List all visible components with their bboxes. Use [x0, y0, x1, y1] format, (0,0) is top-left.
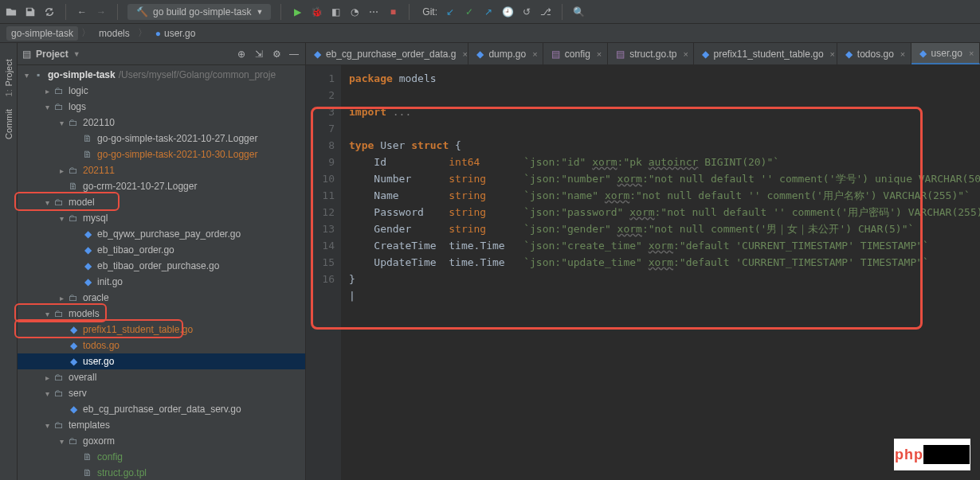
- tree-node[interactable]: ▸🗀overall: [18, 369, 305, 385]
- tree-node[interactable]: ▸🗀202111: [18, 162, 305, 178]
- close-icon[interactable]: ×: [597, 49, 602, 59]
- tree-node[interactable]: ▾🗀mysql: [18, 210, 305, 226]
- tree-node[interactable]: ◆eb_tibao_order.go: [18, 242, 305, 258]
- tree-node[interactable]: ◆user.go: [18, 353, 305, 369]
- attach-icon[interactable]: ⋯: [367, 6, 380, 18]
- line-number: 1: [306, 70, 335, 87]
- profile-icon[interactable]: ◔: [348, 6, 361, 18]
- tree-node[interactable]: ◆eb_cg_purchase_order_data_serv.go: [18, 401, 305, 417]
- editor-tab[interactable]: ◆eb_cg_purchase_order_data.g×: [306, 43, 468, 64]
- tree-node[interactable]: 🗎go-crm-2021-10-27.Logger: [18, 178, 305, 194]
- project-tree[interactable]: ▾ ▪ go-simple-task /Users/myself/Golang/…: [18, 65, 305, 480]
- open-icon[interactable]: [5, 6, 18, 18]
- close-icon[interactable]: ×: [532, 49, 537, 59]
- config-file-icon: ▤: [551, 49, 560, 60]
- chevron-right-icon[interactable]: ▸: [41, 373, 53, 382]
- tree-node-label: goxorm: [83, 435, 115, 447]
- code-content[interactable]: package models import ... type User stru…: [341, 65, 980, 480]
- tree-node[interactable]: ▾🗀models: [18, 306, 305, 322]
- chevron-down-icon[interactable]: ▾: [41, 103, 53, 111]
- crumb-file[interactable]: ●user.go: [151, 26, 201, 41]
- chevron-down-icon[interactable]: ▾: [56, 214, 67, 223]
- folder-icon: 🗀: [53, 388, 65, 399]
- tree-node[interactable]: ◆eb_tibao_order_purchase.go: [18, 258, 305, 274]
- main-toolbar: ← → 🔨 go build go-simple-task ▼ ▶ 🐞 ◧ ◔ …: [0, 0, 980, 24]
- left-gutter: 1: Project Commit: [0, 43, 18, 480]
- vcs-update-icon[interactable]: ↙: [444, 6, 457, 18]
- crumb-project[interactable]: go-simple-task: [6, 26, 78, 41]
- folder-icon: 🗀: [67, 292, 80, 303]
- tree-node[interactable]: ◆eb_qywx_purchase_pay_order.go: [18, 226, 305, 242]
- editor-tab-label: user.go: [931, 48, 962, 59]
- tree-node[interactable]: ◆prefix11_student_table.go: [18, 322, 305, 338]
- run-icon[interactable]: ▶: [291, 6, 304, 18]
- tree-node[interactable]: ▸🗀logic: [18, 83, 305, 99]
- editor-body[interactable]: 123 78910111213141516 package models imp…: [306, 65, 980, 480]
- hide-icon[interactable]: —: [288, 48, 300, 60]
- vcs-push-icon[interactable]: ↗: [482, 6, 495, 18]
- tree-node[interactable]: 🗎config: [18, 449, 305, 465]
- project-title[interactable]: Project: [36, 49, 69, 60]
- tree-node[interactable]: ▸🗀oracle: [18, 290, 305, 306]
- tree-node[interactable]: ◆init.go: [18, 274, 305, 290]
- chevron-right-icon[interactable]: ▸: [56, 166, 67, 175]
- gear-icon[interactable]: ⚙: [270, 48, 283, 60]
- tree-node[interactable]: 🗎go-go-simple-task-2021-10-27.Logger: [18, 131, 305, 146]
- forward-icon[interactable]: →: [95, 6, 108, 18]
- search-icon[interactable]: 🔍: [572, 6, 585, 18]
- editor-tab[interactable]: ◆todos.go×: [837, 43, 911, 64]
- chevron-down-icon[interactable]: ▾: [56, 119, 67, 127]
- editor-tab-label: prefix11_student_table.go: [714, 49, 824, 60]
- close-icon[interactable]: ×: [830, 49, 835, 59]
- chevron-right-icon[interactable]: ▸: [56, 294, 67, 302]
- editor-tab[interactable]: ◆user.go×: [911, 43, 980, 64]
- editor-tab[interactable]: ▤struct.go.tp×: [608, 43, 693, 64]
- vcs-rollback-icon[interactable]: ↺: [520, 6, 533, 18]
- file-icon: 🗎: [81, 149, 94, 160]
- vcs-history-icon[interactable]: 🕘: [501, 6, 514, 18]
- close-icon[interactable]: ×: [969, 49, 974, 58]
- chevron-down-icon[interactable]: ▾: [41, 198, 53, 207]
- crumb-folder[interactable]: models: [94, 26, 135, 41]
- tree-node-label: init.go: [97, 276, 123, 287]
- editor-tab[interactable]: ◆prefix11_student_table.go×: [694, 43, 837, 64]
- tree-node[interactable]: 🗎go-go-simple-task-2021-10-30.Logger: [18, 146, 305, 162]
- tree-node[interactable]: ▾🗀model: [18, 194, 305, 210]
- select-open-file-icon[interactable]: ⊕: [235, 48, 248, 60]
- tree-node[interactable]: ◆todos.go: [18, 338, 305, 353]
- close-icon[interactable]: ×: [462, 49, 467, 59]
- vcs-branch-icon[interactable]: ⎇: [539, 6, 552, 18]
- tree-node[interactable]: ▾🗀202110: [18, 115, 305, 131]
- chevron-right-icon[interactable]: ▸: [41, 87, 53, 96]
- sync-icon[interactable]: [43, 6, 56, 18]
- folder-icon: 🗀: [53, 85, 65, 96]
- debug-icon[interactable]: 🐞: [310, 6, 323, 18]
- tree-node[interactable]: ▾🗀goxorm: [18, 433, 305, 449]
- tree-node[interactable]: ▾🗀serv: [18, 385, 305, 401]
- expand-all-icon[interactable]: ⇲: [253, 48, 265, 60]
- folder-icon: 🗀: [53, 372, 65, 383]
- save-all-icon[interactable]: [24, 6, 37, 18]
- tree-root[interactable]: ▾ ▪ go-simple-task /Users/myself/Golang/…: [18, 67, 305, 83]
- tree-node[interactable]: ▾🗀logs: [18, 99, 305, 115]
- vcs-commit-icon[interactable]: ✓: [463, 6, 476, 18]
- line-number: 9: [306, 154, 335, 170]
- chevron-down-icon[interactable]: ▾: [41, 310, 53, 318]
- chevron-down-icon[interactable]: ▼: [73, 50, 80, 58]
- vtab-commit[interactable]: Commit: [4, 109, 14, 139]
- vtab-project[interactable]: 1: Project: [4, 59, 14, 96]
- chevron-down-icon[interactable]: ▾: [41, 389, 53, 398]
- tree-node[interactable]: ▾🗀templates: [18, 417, 305, 433]
- editor-tab[interactable]: ◆dump.go×: [468, 43, 543, 64]
- editor-tab[interactable]: ▤config×: [543, 43, 608, 64]
- back-icon[interactable]: ←: [76, 6, 88, 18]
- tree-node[interactable]: 🗎struct.go.tpl: [18, 465, 305, 480]
- chevron-down-icon[interactable]: ▾: [56, 437, 67, 446]
- run-config-combo[interactable]: 🔨 go build go-simple-task ▼: [127, 4, 271, 20]
- chevron-down-icon[interactable]: ▾: [21, 71, 32, 80]
- stop-icon[interactable]: ■: [386, 6, 399, 18]
- chevron-down-icon[interactable]: ▾: [41, 421, 53, 430]
- close-icon[interactable]: ×: [900, 49, 905, 59]
- coverage-icon[interactable]: ◧: [329, 6, 342, 18]
- close-icon[interactable]: ×: [684, 49, 688, 59]
